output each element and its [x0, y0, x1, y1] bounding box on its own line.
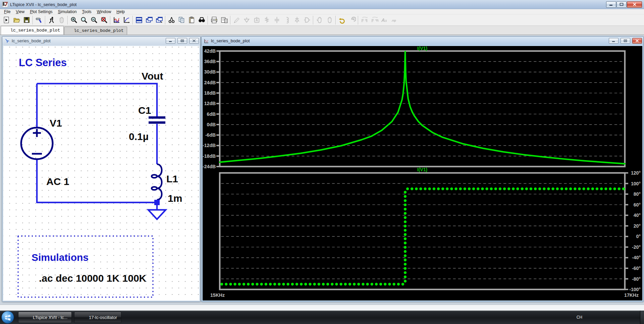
ltspice-app-icon	[2, 1, 8, 7]
tray-network-icon[interactable]	[631, 314, 637, 320]
schematic-canvas[interactable]: LC Series	[3, 46, 199, 300]
rotate-button[interactable]: FF	[369, 15, 379, 25]
tray-help-icon[interactable]	[594, 314, 600, 320]
plot-window[interactable]: lc_series_bode_plot 42dB36dB30dB24dB18dB…	[201, 36, 644, 302]
magnitude-trace-label[interactable]: I(V1)	[417, 46, 427, 51]
tray-keyboard-icon[interactable]	[585, 314, 591, 320]
save-button[interactable]	[21, 15, 32, 25]
redo-button[interactable]	[347, 15, 357, 25]
label-l1[interactable]: L1	[166, 173, 178, 184]
schematic-window-titlebar[interactable]: lc_series_bode_plot	[2, 37, 200, 45]
spice-directive-button[interactable]: .op	[389, 15, 399, 25]
menu-item-simulation[interactable]: Simulation	[55, 9, 79, 14]
label-c1[interactable]: C1	[138, 105, 151, 116]
menu-item-file[interactable]: File	[1, 9, 13, 14]
voltage-source-v1[interactable]	[21, 128, 53, 159]
resistor-button[interactable]	[262, 15, 272, 25]
halt-button[interactable]	[56, 15, 66, 25]
taskbar-task-ltspice-xvii-lc-[interactable]: LTspice XVII - lc...	[18, 312, 72, 323]
cascade-windows-alt-button[interactable]	[154, 15, 164, 25]
show-desktop-button[interactable]	[640, 311, 644, 324]
menu-item-view[interactable]: View	[13, 9, 27, 14]
value-l1[interactable]: 1m	[168, 193, 182, 204]
zoom-out-button[interactable]	[89, 15, 99, 25]
plot-minimize-button[interactable]	[609, 38, 619, 44]
language-indicator[interactable]: CH	[577, 315, 582, 320]
open-button[interactable]	[11, 15, 21, 25]
schematic-title-text[interactable]: LC Series	[19, 57, 67, 68]
draw-wire-button[interactable]	[231, 15, 241, 25]
schematic-restore-button[interactable]	[177, 38, 187, 44]
tray-window-popup-icon[interactable]	[603, 314, 609, 320]
plot-close-button[interactable]	[632, 38, 642, 44]
mirror-button[interactable]: FF	[359, 15, 369, 25]
print-preview-button[interactable]	[219, 15, 229, 25]
diode-button[interactable]	[292, 15, 302, 25]
tab-2-lc-series-bode-plot[interactable]: lc_series_bode_plot	[64, 27, 127, 35]
net-label-button[interactable]: A	[252, 15, 262, 25]
zoom-fit-button[interactable]	[99, 15, 109, 25]
db-tick-label: 30dB	[204, 70, 216, 75]
cascade-windows-button[interactable]	[144, 15, 154, 25]
db-tick	[216, 166, 219, 167]
magnitude-pane[interactable]	[220, 51, 625, 167]
control-panel-button[interactable]	[34, 15, 44, 25]
phase-pane[interactable]	[220, 173, 625, 289]
ground-symbol[interactable]	[148, 205, 166, 219]
close-button[interactable]	[627, 1, 642, 8]
undo-button[interactable]	[337, 15, 347, 25]
print-button[interactable]	[209, 15, 219, 25]
frequency-axis[interactable]: 15KHz17KHz	[210, 292, 639, 298]
menu-item-window[interactable]: Window	[94, 9, 114, 14]
schematic-close-button[interactable]	[189, 38, 199, 44]
inductor-l1[interactable]	[152, 164, 162, 200]
plot-canvas[interactable]: 42dB36dB30dB24dB18dB12dB6dB0dB-6dB-12dB-…	[203, 46, 642, 300]
maximize-button[interactable]	[616, 1, 627, 8]
capacitor-button[interactable]	[272, 15, 282, 25]
main-titlebar[interactable]: LTspice XVII - lc_series_bode_plot	[0, 0, 644, 9]
net-label-vout[interactable]: Vout	[142, 71, 163, 82]
tab-1-lc-series-bode-plot[interactable]: lc_series_bode_plot	[1, 26, 64, 35]
spice-directive-text[interactable]: .ac dec 10000 1K 100K	[39, 273, 147, 284]
zoom-back-button[interactable]	[79, 15, 89, 25]
taskbar-task-17-lc-oscillator[interactable]: 17-lc-oscillator	[74, 312, 121, 323]
text-tool-button[interactable]: Aa	[379, 15, 389, 25]
schematic-window[interactable]: lc_series_bode_plot LC Series	[2, 36, 201, 302]
ground-button[interactable]	[241, 15, 252, 25]
phase-dot	[384, 283, 386, 285]
plot-window-titlebar[interactable]: lc_series_bode_plot	[202, 37, 643, 45]
phase-axis[interactable]: 120°100°80°60°40°20°0°-20°-40°-60°-80°-1…	[625, 170, 641, 292]
plot-restore-button[interactable]	[621, 38, 630, 44]
autorange-y-button[interactable]	[111, 15, 121, 25]
paste-button[interactable]	[186, 15, 197, 25]
schematic-minimize-button[interactable]	[166, 38, 175, 44]
new-schematic-button[interactable]	[1, 15, 11, 25]
phase-dot	[404, 275, 407, 278]
menu-item-tools[interactable]: Tools	[79, 9, 94, 14]
capacitor-c1[interactable]	[149, 118, 165, 123]
value-c1[interactable]: 0.1µ	[129, 131, 149, 142]
plot-settings-button[interactable]	[121, 15, 131, 25]
zoom-in-button[interactable]	[69, 15, 79, 25]
label-v1[interactable]: V1	[50, 118, 62, 129]
component-button[interactable]	[302, 15, 312, 25]
minimize-button[interactable]	[606, 1, 616, 8]
phase-trace-label[interactable]: I(V1)	[417, 167, 427, 172]
value-ac1[interactable]: AC 1	[46, 176, 69, 187]
drag-button[interactable]	[324, 15, 334, 25]
cut-button[interactable]	[166, 15, 176, 25]
phase-dot	[313, 283, 316, 285]
find-button[interactable]	[197, 15, 207, 25]
node-junction[interactable]	[154, 200, 160, 205]
move-button[interactable]	[314, 15, 324, 25]
tray-show-hidden-icons-icon[interactable]	[612, 314, 619, 320]
menu-item-help[interactable]: Help	[114, 9, 127, 14]
tile-windows-button[interactable]	[134, 15, 144, 25]
copy-button[interactable]	[176, 15, 186, 25]
run-button[interactable]	[46, 15, 56, 25]
inductor-button[interactable]	[282, 15, 292, 25]
tray-action-center-icon[interactable]	[622, 314, 628, 320]
db-axis[interactable]: 42dB36dB30dB24dB18dB12dB6dB0dB-6dB-12dB-…	[203, 48, 219, 169]
menu-item-plot-settings[interactable]: Plot Settings	[27, 9, 55, 14]
start-button[interactable]	[1, 311, 14, 324]
